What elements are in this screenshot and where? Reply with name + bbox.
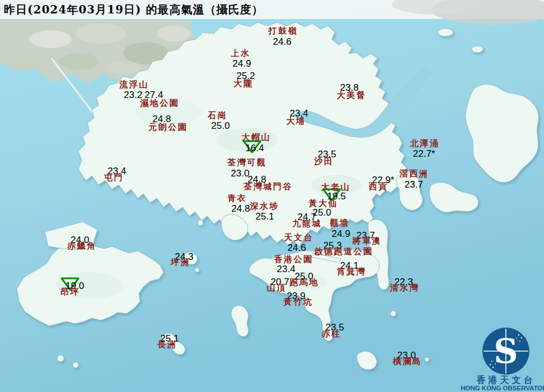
station-name-label: 黃竹坑 bbox=[283, 298, 313, 306]
station-value-label: 22.7* bbox=[413, 149, 435, 158]
station-value-label: 25.0 bbox=[211, 121, 230, 130]
station-name-label: 天文台 bbox=[284, 234, 314, 242]
station-name-label: 赤柱 bbox=[322, 330, 341, 338]
station-name-label: 深水埗 bbox=[250, 202, 280, 211]
station-name-label: 元朗公園 bbox=[148, 123, 188, 132]
station-name-label: 跑馬地 bbox=[290, 278, 319, 287]
station-name-label: 荃灣可觀 bbox=[227, 158, 267, 167]
station-name-label: 筲箕灣 bbox=[337, 268, 366, 276]
station-name-label: 橫瀾島 bbox=[393, 357, 422, 366]
station-value-label: 16.4 bbox=[245, 143, 264, 153]
station-name-label: 黃大仙 bbox=[309, 199, 338, 208]
station-name-label: 大隴 bbox=[234, 80, 253, 88]
station-name-label: 山頂 bbox=[267, 284, 286, 292]
station-name-label: 昂坪 bbox=[61, 288, 80, 296]
station-name-label: 石崗 bbox=[208, 111, 227, 120]
station-name-label: 流浮山 bbox=[119, 81, 149, 89]
station-labels-layer: 打鼓嶺24.6上水24.925.2大隴流浮山23.227.4濕地公園24.8元朗… bbox=[0, 0, 544, 392]
station-value-label: 25.1 bbox=[255, 212, 274, 221]
station-name-label: 濕地公園 bbox=[140, 99, 179, 108]
station-name-label: 赤鱲角 bbox=[67, 242, 97, 250]
station-value-label: 24.8 bbox=[231, 204, 250, 213]
station-value-label: 24.6 bbox=[273, 37, 291, 46]
station-name-label: 荃灣城門谷 bbox=[244, 183, 293, 191]
station-value-label: 24.6 bbox=[287, 243, 306, 253]
station-name-label: 九龍城 bbox=[292, 220, 322, 228]
station-value-label: 23.7 bbox=[404, 180, 423, 189]
station-name-label: 清水灣 bbox=[390, 284, 420, 292]
station-name-label: 啟德跑道公園 bbox=[314, 248, 373, 256]
station-name-label: 香港公園 bbox=[274, 255, 313, 264]
station-name-label: 屯門 bbox=[104, 174, 124, 182]
station-name-label: 西貢 bbox=[369, 183, 388, 191]
station-name-label: 大埔 bbox=[286, 117, 306, 125]
hko-max-temperature-map-page: S 香港天文台 HONG KONG OBSERVATORY 昨日(2024年03… bbox=[0, 0, 544, 392]
station-name-label: 沙田 bbox=[314, 157, 334, 166]
station-name-label: 打鼓嶺 bbox=[268, 27, 298, 35]
station-name-label: 北潭涌 bbox=[410, 139, 440, 148]
station-name-label: 觀塘 bbox=[330, 219, 350, 227]
station-name-label: 將軍澳 bbox=[352, 237, 382, 245]
station-value-label: 24.9 bbox=[233, 59, 251, 68]
station-value-label: 23.4 bbox=[277, 264, 295, 274]
station-value-label: 24.9 bbox=[332, 229, 350, 239]
station-name-label: 上水 bbox=[231, 49, 250, 58]
station-name-label: 大帽山 bbox=[241, 133, 271, 142]
station-value-label: 23.0 bbox=[231, 169, 249, 178]
station-name-label: 大老山 bbox=[321, 183, 351, 192]
station-name-label: 坪洲 bbox=[171, 258, 190, 267]
station-name-label: 青衣 bbox=[227, 194, 247, 203]
station-name-label: 長洲 bbox=[157, 340, 177, 349]
station-name-label: 滘西洲 bbox=[399, 170, 429, 178]
station-name-label: 大美督 bbox=[337, 91, 366, 100]
